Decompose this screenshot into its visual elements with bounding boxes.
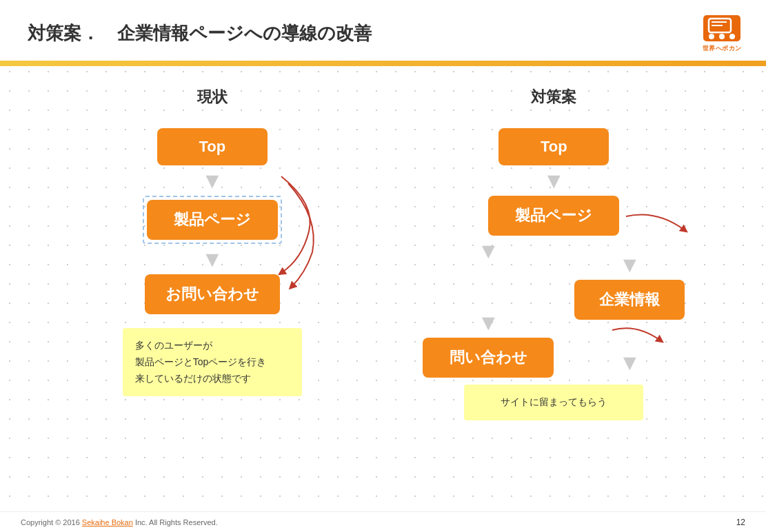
right-middle-left-box: 製品ページ [488,196,619,236]
left-arrow-2: ▼ [201,248,223,270]
left-arrow-1: ▼ [201,170,223,192]
red-curve-off-right-svg [609,320,664,347]
right-bottom-box: 問い合わせ [423,338,554,378]
logo: 世界へボカン [694,12,749,54]
footer-link[interactable]: Sekaihe Bokan [82,518,133,526]
header: 対策案． 企業情報ページへの導線の改善 世界へボカン [0,0,766,61]
left-section-title: 現状 [197,87,228,108]
left-note-box: 多くのユーザーが製品ページとTopページを行き来しているだけの状態です [123,328,302,396]
footer-page-number: 12 [736,518,745,527]
right-flow: Top ▼ 製品ページ [457,128,650,420]
gold-bar [0,61,766,66]
main-content: 現状 Top ▼ 製品ページ ▼ お問い合わせ [0,66,766,510]
right-top-box: Top [498,128,609,165]
left-note-text: 多くのユーザーが製品ページとTopページを行き来しているだけの状態です [135,340,267,384]
logo-icon [702,14,742,43]
left-bottom-box: お問い合わせ [145,274,280,314]
right-section-title: 対策案 [531,87,576,108]
left-top-box: Top [157,128,268,165]
right-arrow-2a: ▼ [477,240,499,262]
page-title: 対策案． 企業情報ページへの導線の改善 [28,21,372,45]
right-note-text: サイトに留まってもらう [501,396,607,407]
right-middle-right-box: 企業情報 [574,280,685,320]
right-note-box: サイトに留まってもらう [464,385,643,420]
svg-point-6 [709,34,714,39]
svg-point-4 [729,34,735,39]
footer-copyright: Copyright © 2016 Sekaihe Bokan Inc. All … [21,518,218,526]
svg-point-5 [719,34,725,39]
right-section: 対策案 Top ▼ 製品ページ [383,87,725,496]
left-middle-box: 製品ページ [147,200,278,240]
logo-text: 世界へボカン [703,44,742,53]
right-arrow-2c: ▼ [618,351,641,374]
right-arrow-2b: ▼ [618,254,641,276]
left-middle-dashed: 製品ページ [143,196,282,244]
footer: Copyright © 2016 Sekaihe Bokan Inc. All … [0,511,766,532]
left-section: 現状 Top ▼ 製品ページ ▼ お問い合わせ [41,87,383,496]
left-flow: Top ▼ 製品ページ ▼ お問い合わせ [116,128,309,396]
right-arrow-1: ▼ [543,170,565,192]
right-arrow-3a: ▼ [477,311,499,334]
